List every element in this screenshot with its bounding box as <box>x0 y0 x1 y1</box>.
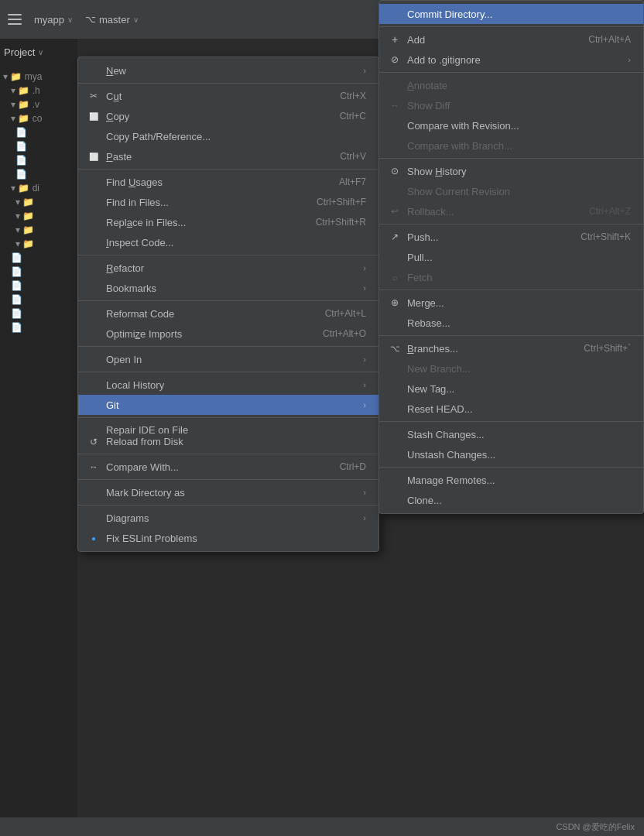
menu-item-find-in-files[interactable]: Find in Files... Ctrl+Shift+F <box>78 192 379 212</box>
compare-icon: ↔ <box>86 462 101 471</box>
separator-7 <box>78 417 379 418</box>
rseparator-4 <box>379 224 643 224</box>
branch-selector[interactable]: ⌥ master ∨ <box>85 14 139 26</box>
menu-item-repair-ide[interactable]: Repair IDE on File <box>78 420 379 436</box>
menu-item-show-current-revision-label: Show Current Revision <box>407 186 510 197</box>
menu-item-open-in[interactable]: Open In › <box>78 349 379 369</box>
menu-item-copy[interactable]: ⬜ Copy Ctrl+C <box>78 106 379 126</box>
app-name-button[interactable]: myapp ∨ <box>34 14 73 26</box>
fetch-icon: ⌕ <box>387 272 402 282</box>
menu-item-compare-revision[interactable]: Compare with Revision... <box>379 115 643 135</box>
menu-item-optimize-imports[interactable]: Optimize Imports Ctrl+Alt+O <box>78 324 379 344</box>
menu-item-stash-changes[interactable]: Stash Changes... <box>379 424 643 444</box>
menu-item-bookmarks-label: Bookmarks <box>106 283 156 294</box>
menu-item-add[interactable]: + Add Ctrl+Alt+A <box>379 29 643 50</box>
menu-item-inspect-code[interactable]: Inspect Code... <box>78 232 379 252</box>
menu-item-bookmarks[interactable]: Bookmarks › <box>78 278 379 298</box>
arrow-icon-refactor: › <box>363 263 366 272</box>
arrow-icon-bookmarks: › <box>363 283 366 293</box>
menu-item-commit-directory-label: Commit Directory... <box>407 9 492 20</box>
separator-10 <box>78 505 379 505</box>
arrow-icon-gitignore: › <box>628 55 631 64</box>
menu-item-reload-from-disk[interactable]: ↺ Reload from Disk <box>78 436 379 451</box>
tree-item-sub1[interactable]: ▾ 📁 <box>0 195 77 209</box>
menu-item-copy-path[interactable]: Copy Path/Reference... <box>78 126 379 146</box>
tree-item-file10[interactable]: 📄 <box>0 320 77 334</box>
menu-item-copy-label: Copy <box>106 111 129 122</box>
bottom-bar: CSDN @爱吃的Felix <box>0 817 644 836</box>
menu-item-unstash-changes[interactable]: Unstash Changes... <box>379 444 643 464</box>
separator-6 <box>78 372 379 372</box>
tree-item-sub3[interactable]: ▾ 📁 <box>0 223 77 237</box>
tree-item-file5[interactable]: 📄 <box>0 251 77 265</box>
menu-item-commit-directory[interactable]: Commit Directory... <box>379 4 643 24</box>
menu-item-reload-from-disk-label: Reload from Disk <box>106 436 183 447</box>
tree-item-sub4[interactable]: ▾ 📁 <box>0 237 77 251</box>
menu-item-compare-with[interactable]: ↔ Compare With... Ctrl+D <box>78 457 379 477</box>
menu-item-local-history-label: Local History <box>106 379 164 391</box>
menu-item-merge[interactable]: ⊕ Merge... <box>379 293 643 313</box>
project-panel-label[interactable]: Project ∨ <box>4 46 43 58</box>
menu-item-branches-label: Branches... <box>407 343 458 355</box>
menu-item-manage-remotes[interactable]: Manage Remotes... <box>379 470 643 490</box>
tree-item-file4[interactable]: 📄 <box>0 167 77 181</box>
tree-item-myapp[interactable]: ▾ 📁 mya <box>0 70 77 84</box>
menu-item-find-usages[interactable]: Find Usages Alt+F7 <box>78 172 379 192</box>
menu-item-manage-remotes-label: Manage Remotes... <box>407 475 495 486</box>
paste-icon: ⬜ <box>86 152 101 161</box>
menu-item-new[interactable]: New › <box>78 60 379 81</box>
hamburger-menu[interactable] <box>8 14 22 25</box>
tree-item-file7[interactable]: 📄 <box>0 279 77 293</box>
menu-item-cut[interactable]: ✂ Cut Ctrl+X <box>78 86 379 106</box>
menu-item-push-label: Push... <box>407 231 438 243</box>
eslint-icon: ● <box>86 534 101 543</box>
optimize-imports-shortcut: Ctrl+Alt+O <box>323 328 366 339</box>
arrow-icon-diagrams: › <box>363 513 366 522</box>
context-menu-left: New › ✂ Cut Ctrl+X ⬜ Copy Ctrl+C Copy Pa… <box>77 57 379 552</box>
rseparator-2 <box>379 72 643 73</box>
tree-item-co[interactable]: ▾ 📁 co <box>0 111 77 125</box>
tree-item-v[interactable]: ▾ 📁 .v <box>0 98 77 111</box>
menu-item-paste[interactable]: ⬜ Paste Ctrl+V <box>78 146 379 166</box>
branch-chevron-icon: ∨ <box>133 15 139 24</box>
tree-item-di[interactable]: ▾ 📁 di <box>0 181 77 195</box>
tree-item-h[interactable]: ▾ 📁 .h <box>0 84 77 98</box>
rseparator-7 <box>379 421 643 422</box>
menu-item-new-tag[interactable]: New Tag... <box>379 379 643 399</box>
menu-item-git[interactable]: Git › <box>78 395 379 415</box>
menu-item-add-gitignore[interactable]: ⊘ Add to .gitignore › <box>379 50 643 70</box>
menu-item-clone[interactable]: Clone... <box>379 490 643 510</box>
menu-item-diagrams[interactable]: Diagrams › <box>78 508 379 528</box>
menu-item-reformat-code[interactable]: Reformat Code Ctrl+Alt+L <box>78 303 379 324</box>
menu-item-diagrams-label: Diagrams <box>106 512 149 524</box>
push-icon: ↗ <box>387 231 402 242</box>
menu-item-inspect-code-label: Inspect Code... <box>106 237 173 248</box>
tree-item-sub2[interactable]: ▾ 📁 <box>0 209 77 223</box>
menu-item-rollback: ↩ Rollback... Ctrl+Alt+Z <box>379 201 643 221</box>
separator-5 <box>78 346 379 347</box>
menu-item-local-history[interactable]: Local History › <box>78 375 379 395</box>
menu-item-show-history[interactable]: ⊙ Show History <box>379 161 643 181</box>
menu-item-pull-label: Pull... <box>407 252 433 263</box>
menu-item-refactor[interactable]: Refactor › <box>78 258 379 278</box>
tree-item-file1[interactable]: 📄 <box>0 125 77 139</box>
menu-item-merge-label: Merge... <box>407 297 444 309</box>
menu-item-show-diff: ↔ Show Diff <box>379 95 643 115</box>
find-usages-shortcut: Alt+F7 <box>339 176 366 187</box>
tree-item-file3[interactable]: 📄 <box>0 153 77 167</box>
separator-1 <box>78 83 379 84</box>
tree-item-file9[interactable]: 📄 <box>0 307 77 320</box>
menu-item-pull[interactable]: Pull... <box>379 247 643 267</box>
menu-item-replace-in-files[interactable]: Replace in Files... Ctrl+Shift+R <box>78 212 379 232</box>
separator-4 <box>78 300 379 301</box>
tree-item-file2[interactable]: 📄 <box>0 139 77 153</box>
menu-item-rebase[interactable]: Rebase... <box>379 313 643 333</box>
tree-item-file6[interactable]: 📄 <box>0 265 77 279</box>
branches-icon: ⌥ <box>387 344 402 354</box>
menu-item-push[interactable]: ↗ Push... Ctrl+Shift+K <box>379 227 643 247</box>
menu-item-branches[interactable]: ⌥ Branches... Ctrl+Shift+` <box>379 338 643 358</box>
menu-item-mark-directory[interactable]: Mark Directory as › <box>78 482 379 502</box>
tree-item-file8[interactable]: 📄 <box>0 293 77 307</box>
menu-item-reset-head[interactable]: Reset HEAD... <box>379 399 643 419</box>
menu-item-fix-eslint[interactable]: ● Fix ESLint Problems <box>78 528 379 548</box>
